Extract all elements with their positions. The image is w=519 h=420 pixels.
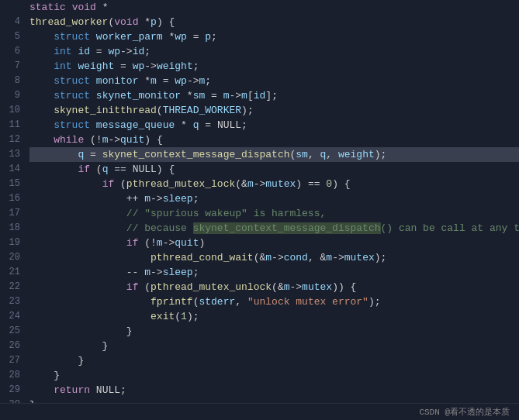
code-line: exit(1); <box>29 309 519 324</box>
code-area: 4 5 6 7 8 9 10 11 12 13 14 15 16 17 18 1… <box>0 0 519 403</box>
code-line: fprintf(stderr, "unlock mutex error"); <box>29 294 519 309</box>
code-line: } <box>29 398 519 403</box>
code-line: if (pthread_mutex_lock(&m->mutex) == 0) … <box>29 177 519 191</box>
code-line: // "spurious wakeup" is harmless, <box>29 206 519 221</box>
code-line: while (!m->quit) { <box>29 133 519 147</box>
code-line: if (!m->quit) <box>29 236 519 250</box>
code-line: } <box>29 353 519 368</box>
code-line: ++ m->sleep; <box>29 191 519 206</box>
footer: CSDN @看不透的是本质 <box>0 403 519 420</box>
code-line: } <box>29 324 519 339</box>
code-line: struct worker_parm *wp = p; <box>29 29 519 44</box>
code-line: struct monitor *m = wp->m; <box>29 74 519 88</box>
code-line: } <box>29 368 519 383</box>
code-line: q = skynet_context_message_dispatch(sm, … <box>29 147 519 162</box>
code-line: -- m->sleep; <box>29 265 519 280</box>
code-line: struct message_queue * q = NULL; <box>29 118 519 133</box>
code-line: if (q == NULL) { <box>29 162 519 177</box>
code-line: pthread_cond_wait(&m->cond, &m->mutex); <box>29 250 519 265</box>
code-line: struct skynet_monitor *sm = m->m[id]; <box>29 88 519 103</box>
code-line: static void * <box>29 0 519 15</box>
code-container: 4 5 6 7 8 9 10 11 12 13 14 15 16 17 18 1… <box>0 0 519 420</box>
code-line: int weight = wp->weight; <box>29 59 519 74</box>
code-line: } <box>29 339 519 353</box>
code-line: skynet_initthread(THREAD_WORKER); <box>29 103 519 118</box>
line-numbers: 4 5 6 7 8 9 10 11 12 13 14 15 16 17 18 1… <box>0 0 23 403</box>
code-line: return NULL; <box>29 383 519 398</box>
code-lines: static void * thread_worker(void *p) { s… <box>23 0 519 403</box>
code-line: int id = wp->id; <box>29 44 519 59</box>
code-line: if (pthread_mutex_unlock(&m->mutex)) { <box>29 280 519 294</box>
code-line: thread_worker(void *p) { <box>29 15 519 29</box>
code-line: // because skynet_context_message_dispat… <box>29 221 519 236</box>
watermark-text: CSDN @看不透的是本质 <box>419 406 510 418</box>
